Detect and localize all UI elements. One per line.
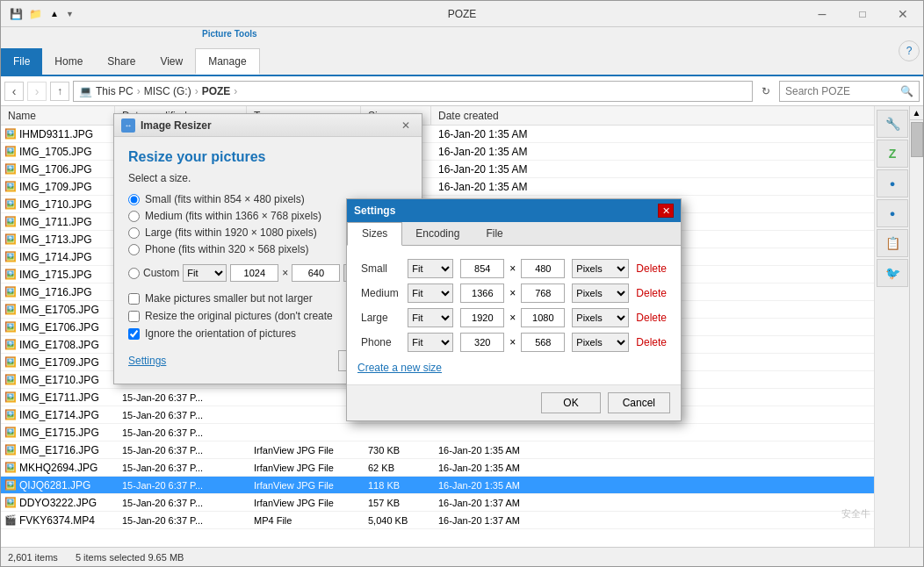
unit-medium[interactable]: Pixels — [572, 284, 629, 303]
col-header-name[interactable]: Name — [1, 106, 115, 125]
custom-fit-select[interactable]: Fit Fill Stretch — [183, 264, 227, 282]
custom-width-input[interactable] — [230, 264, 278, 282]
col-header-date-created[interactable]: Date created — [431, 106, 545, 125]
side-icon-5[interactable]: 📋 — [877, 229, 908, 257]
tab-manage[interactable]: Manage — [195, 48, 259, 75]
table-row[interactable]: 🖼️DDYO3222.JPG15-Jan-20 6:37 P...IrfanVi… — [1, 494, 909, 512]
side-icon-1[interactable]: 🔧 — [877, 110, 908, 138]
x-label-small: × — [509, 262, 516, 275]
side-panel-icons: 🔧 Z ● ● 📋 🐦 — [874, 106, 909, 547]
minimize-button[interactable]: – — [802, 1, 842, 27]
table-row[interactable]: 🎬FVKY6374.MP415-Jan-20 6:37 P...MP4 File… — [1, 512, 909, 529]
delete-phone[interactable]: Delete — [636, 336, 667, 348]
table-row[interactable]: 🖼️QIJQ6281.JPG15-Jan-20 6:37 P...IrfanVi… — [1, 477, 909, 494]
side-icon-2[interactable]: Z — [877, 140, 908, 168]
settings-link[interactable]: Settings — [128, 355, 166, 367]
size-row-phone: Phone Fit × Pixels Delete — [357, 330, 670, 355]
width-large[interactable] — [460, 308, 504, 327]
up-arrow-icon[interactable]: ▲ — [47, 6, 62, 22]
delete-small[interactable]: Delete — [636, 262, 667, 275]
fit-select-small[interactable]: Fit — [408, 259, 453, 278]
new-folder-icon[interactable]: 📁 — [27, 6, 43, 22]
width-small[interactable] — [460, 259, 504, 278]
table-row[interactable]: 🖼️MKHQ2694.JPG15-Jan-20 6:37 P...IrfanVi… — [1, 459, 909, 477]
radio-phone[interactable] — [128, 244, 140, 255]
path-sep-2: › — [195, 85, 199, 97]
tab-file[interactable]: File — [1, 48, 42, 75]
resizer-close-button[interactable]: ✕ — [397, 118, 415, 133]
help-icon[interactable]: ? — [899, 40, 920, 61]
scroll-up-arrow[interactable]: ▲ — [910, 106, 924, 120]
cancel-button[interactable]: Cancel — [608, 392, 670, 413]
settings-tab-encoding[interactable]: Encoding — [402, 222, 473, 245]
ok-button[interactable]: OK — [541, 392, 600, 413]
tab-home[interactable]: Home — [42, 48, 95, 75]
tab-view[interactable]: View — [148, 48, 195, 75]
resizer-title-icon: ↔ — [121, 118, 135, 133]
side-icon-3[interactable]: ● — [877, 169, 908, 197]
settings-title-text: Settings — [354, 205, 658, 217]
picture-tools-label: Picture Tools — [202, 29, 257, 39]
cb-ignore-orient[interactable] — [128, 328, 140, 340]
scroll-thumb[interactable] — [911, 122, 923, 157]
cb-smaller[interactable] — [128, 293, 140, 305]
settings-tab-file[interactable]: File — [473, 222, 516, 245]
refresh-button[interactable]: ↻ — [756, 82, 776, 101]
width-phone[interactable] — [460, 333, 504, 352]
resizer-titlebar: ↔ Image Resizer ✕ — [114, 114, 422, 137]
item-count: 2,601 items — [8, 552, 58, 563]
ribbon-area: Picture Tools File Home Share View Manag… — [1, 27, 923, 76]
dropdown-arrow[interactable]: ▼ — [66, 10, 74, 18]
settings-tab-sizes[interactable]: Sizes — [347, 222, 402, 246]
tab-share[interactable]: Share — [95, 48, 148, 75]
height-small[interactable] — [521, 259, 565, 278]
fit-select-phone[interactable]: Fit — [408, 333, 453, 352]
radio-custom[interactable] — [128, 268, 140, 279]
height-phone[interactable] — [521, 333, 565, 352]
fit-select-large[interactable]: Fit — [408, 308, 453, 327]
search-icon[interactable]: 🔍 — [900, 85, 913, 97]
size-row-large: Large Fit × Pixels Delete — [357, 305, 670, 330]
unit-large[interactable]: Pixels — [572, 308, 629, 327]
custom-height-input[interactable] — [292, 264, 340, 282]
close-button[interactable]: ✕ — [883, 1, 923, 27]
window-chrome: 💾 📁 ▲ ▼ POZE – □ ✕ Picture Tools File Ho… — [0, 0, 924, 567]
cb-resize-orig[interactable] — [128, 311, 140, 322]
fit-select-medium[interactable]: Fit — [408, 284, 453, 303]
back-button[interactable]: ‹ — [4, 82, 24, 101]
table-row[interactable]: 🖼️IMG_E1716.JPG15-Jan-20 6:37 P...IrfanV… — [1, 441, 909, 459]
height-large[interactable] — [521, 308, 565, 327]
quick-save-icon[interactable]: 💾 — [8, 6, 24, 22]
radio-small[interactable] — [128, 194, 140, 205]
scrollbar[interactable]: ▲ — [909, 106, 923, 547]
unit-small[interactable]: Pixels — [572, 259, 629, 278]
settings-content: Small Fit × Pixels Delete Medium Fit — [347, 246, 681, 384]
path-computer-icon: 💻 — [79, 85, 92, 97]
path-sep-1: › — [137, 85, 141, 97]
up-button[interactable]: ↑ — [50, 82, 69, 101]
table-row[interactable]: 🖼️IMG_E1715.JPG15-Jan-20 6:37 P... — [1, 424, 909, 441]
path-misc: MISC (G:) — [144, 85, 191, 97]
side-icon-4[interactable]: ● — [877, 199, 908, 227]
size-name-large: Large — [361, 312, 388, 324]
custom-x-label: × — [282, 267, 288, 279]
forward-button[interactable]: › — [27, 82, 47, 101]
settings-close-button[interactable]: ✕ — [658, 204, 674, 218]
search-input[interactable] — [785, 85, 897, 97]
radio-large[interactable] — [128, 227, 140, 239]
width-medium[interactable] — [460, 284, 504, 303]
address-path[interactable]: 💻 This PC › MISC (G:) › POZE › — [73, 81, 753, 102]
unit-phone[interactable]: Pixels — [572, 333, 629, 352]
height-medium[interactable] — [521, 284, 565, 303]
create-new-size-link[interactable]: Create a new size — [357, 362, 442, 374]
delete-large[interactable]: Delete — [636, 312, 667, 324]
radio-medium[interactable] — [128, 211, 140, 222]
maximize-button[interactable]: □ — [842, 1, 883, 27]
watermark: 安全牛 — [841, 507, 870, 520]
settings-tab-bar: Sizes Encoding File — [347, 222, 681, 246]
x-label-phone: × — [509, 336, 516, 348]
side-icon-6[interactable]: 🐦 — [877, 259, 908, 287]
sizes-table: Small Fit × Pixels Delete Medium Fit — [357, 256, 670, 355]
search-box: 🔍 — [779, 81, 920, 102]
delete-medium[interactable]: Delete — [636, 287, 667, 299]
